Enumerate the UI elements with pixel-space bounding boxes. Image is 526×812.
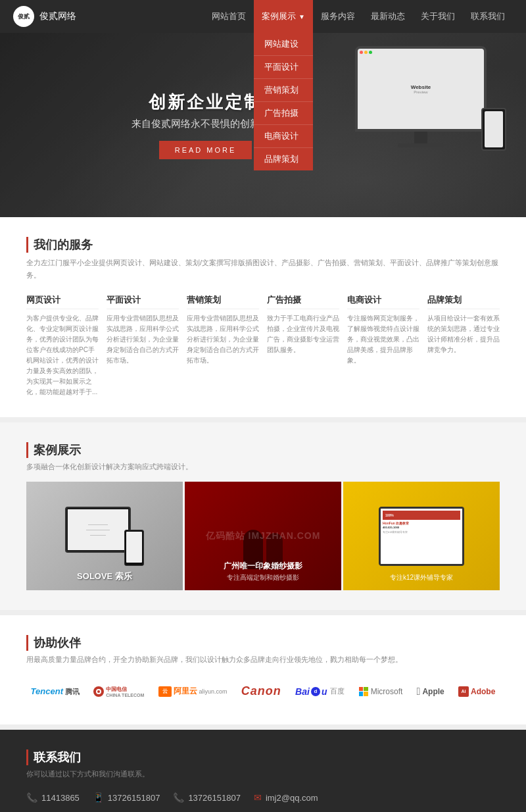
hero-cta-button[interactable]: READ MORE [159, 141, 252, 159]
contact-item-0: 📞 11413865 [26, 792, 80, 803]
nav-item-cases[interactable]: 案例展示 ▼ 网站建设 平面设计 营销策划 广告拍摄 电商设计 品牌策划 [254, 0, 313, 33]
partner-tencent: Tencent 腾讯 [31, 686, 80, 697]
service-item-ad: 广告拍摄 致力于手工电商行业产品拍摄，企业宣传片及电视广告，商业摄影专业运营团队… [267, 294, 339, 397]
services-title: 我们的服务 [34, 237, 500, 253]
dropdown-item-ecom[interactable]: 电商设计 [254, 125, 313, 148]
main-nav: 网站首页 案例展示 ▼ 网站建设 平面设计 营销策划 广告拍摄 电商设计 品牌策… [204, 0, 513, 33]
case-label-2: 广州唯一印象婚纱摄影 专注高端定制和婚纱摄影 [185, 561, 341, 582]
phone-icon-0: 📞 [26, 792, 37, 803]
service-marketing-title: 营销策划 [187, 294, 259, 309]
cases-section: 案例展示 多项融合一体化创新设计解决方案响应式跨端设计。 ————— —————… [0, 422, 526, 610]
dropdown-item-website[interactable]: 网站建设 [254, 33, 313, 56]
partner-aliyun: 云 阿里云 aliyun.com [158, 686, 227, 697]
phone-icon-2: 📞 [173, 792, 184, 803]
partners-logos: Tencent 腾讯 中国电信CHINA TELECOM 云 阿里云 aliyu… [26, 678, 500, 705]
nav-item-news[interactable]: 最新动态 [363, 0, 413, 33]
service-brand-title: 品牌策划 [427, 294, 500, 309]
services-subtitle: 全力左江门服平小企业提供网页设计、网站建设、策划/文案撰写排版插图设计、产品摄影… [26, 257, 500, 281]
partners-subtitle: 用最高质量力量品牌合约，开全力协助新兴品牌，我们以设计触力众多品牌走向行业领先地… [26, 655, 500, 665]
contact-item-3: ✉ imj2@qq.com [254, 792, 318, 803]
dropdown-item-marketing[interactable]: 营销策划 [254, 79, 313, 102]
service-item-brand: 品牌策划 从项目给设计一套有效系统的策划思路，通过专业设计师精准分析，提升品牌竞… [427, 294, 500, 397]
nav-item-contact[interactable]: 联系我们 [463, 0, 513, 33]
service-marketing-desc: 应用专业营销团队思想及实战思路，应用科学公式分析进行策划，为企业量身定制适合自己… [187, 313, 259, 366]
hero-imac: Website Preview [355, 46, 487, 147]
partners-section: 协助伙伴 用最高质量力量品牌合约，开全力协助新兴品牌，我们以设计触力众多品牌走向… [0, 615, 526, 724]
partner-canon: Canon [241, 684, 281, 698]
partner-baidu: Bai d u 百度 [295, 686, 345, 697]
dropdown-item-brand[interactable]: 品牌策划 [254, 148, 313, 170]
mobile-icon-1: 📱 [93, 792, 104, 803]
nav-item-about[interactable]: 关于我们 [413, 0, 463, 33]
cases-grid: ————— —————— ———— SOLOVE 索乐 [26, 482, 500, 590]
service-ecom-title: 电商设计 [347, 294, 419, 309]
hero-content: 创新企业定制 来自俊贰网络永不畏惧的创新力量 READ MORE [0, 91, 279, 159]
cases-title: 案例展示 [34, 442, 500, 458]
case-item-2[interactable]: 亿码酷站 IMJZHAN.COM 广州唯一印象婚纱摄影 专注高端定制和婚纱摄影 [185, 482, 341, 590]
service-item-flat: 平面设计 应用专业营销团队思想及实战思路，应用科学公式分析进行策划，为企业量身定… [107, 294, 179, 397]
cases-header: 案例展示 [26, 442, 500, 458]
dropdown-item-ad[interactable]: 广告拍摄 [254, 102, 313, 125]
partner-telecom: 中国电信CHINA TELECOM [93, 686, 144, 698]
contact-item-2: 📞 13726151807 [173, 792, 241, 803]
service-ad-desc: 致力于手工电商行业产品拍摄，企业宣传片及电视广告，商业摄影专业运营团队服务。 [267, 313, 339, 355]
case-item-3[interactable]: 100% HonFun 欢趣教育 400-025-1088 专注k12课外辅导专… [343, 482, 500, 590]
contact-title: 联系我们 [34, 749, 500, 765]
service-item-marketing: 营销策划 应用专业营销团队思想及实战思路，应用科学公式分析进行策划，为企业量身定… [187, 294, 259, 397]
service-brand-desc: 从项目给设计一套有效系统的策划思路，通过专业设计师精准分析，提升品牌竞争力。 [427, 313, 500, 355]
logo[interactable]: 俊贰 俊贰网络 [13, 6, 76, 27]
contact-header: 联系我们 [26, 749, 500, 765]
partner-microsoft: Microsoft [359, 687, 403, 696]
service-web-desc: 为客户提供专业化、品牌化、专业定制网页设计服务，优秀的设计团队为每位客户在线成功… [26, 313, 99, 397]
partner-adobe: Ai Adobe [458, 686, 495, 697]
partner-apple:  Apple [417, 686, 444, 698]
cases-subtitle: 多项融合一体化创新设计解决方案响应式跨端设计。 [26, 462, 500, 472]
partners-title: 协助伙伴 [34, 635, 500, 651]
dropdown-arrow-icon: ▼ [299, 13, 305, 20]
hero-phone [481, 108, 506, 151]
service-item-ecom: 电商设计 专注服饰网页定制服务，了解服饰视觉特点设计服务，商业视觉效果，凸出品牌… [347, 294, 419, 397]
services-header: 我们的服务 [26, 237, 500, 253]
case-label-3: 专注k12课外辅导专家 [343, 573, 500, 582]
service-item-web: 网页设计 为客户提供专业化、品牌化、专业定制网页设计服务，优秀的设计团队为每位客… [26, 294, 99, 397]
header: 俊贰 俊贰网络 网站首页 案例展示 ▼ 网站建设 平面设计 营销策划 广告拍摄 … [0, 0, 526, 33]
case-label-1: SOLOVE 索乐 [26, 571, 183, 582]
contact-section: 联系我们 你可以通过以下方式和我们沟通联系。 📞 11413865 📱 1372… [0, 730, 526, 812]
contact-item-1: 📱 13726151807 [93, 792, 160, 803]
logo-text: 俊贰网络 [39, 11, 76, 22]
nav-item-home[interactable]: 网站首页 [204, 0, 254, 33]
partners-header: 协助伙伴 [26, 635, 500, 651]
email-icon: ✉ [254, 792, 262, 803]
contact-info: 📞 11413865 📱 13726151807 📞 13726151807 ✉… [26, 792, 500, 803]
service-web-title: 网页设计 [26, 294, 99, 309]
case-item-1[interactable]: ————— —————— ———— SOLOVE 索乐 [26, 482, 183, 590]
cases-dropdown: 网站建设 平面设计 营销策划 广告拍摄 电商设计 品牌策划 [254, 33, 313, 170]
services-section: 我们的服务 全力左江门服平小企业提供网页设计、网站建设、策划/文案撰写排版插图设… [0, 217, 526, 417]
service-flat-desc: 应用专业营销团队思想及实战思路，应用科学公式分析进行策划，为企业量身定制适合自己… [107, 313, 179, 366]
service-ad-title: 广告拍摄 [267, 294, 339, 309]
service-flat-title: 平面设计 [107, 294, 179, 309]
logo-icon: 俊贰 [13, 6, 34, 27]
nav-item-services[interactable]: 服务内容 [313, 0, 363, 33]
services-grid: 网页设计 为客户提供专业化、品牌化、专业定制网页设计服务，优秀的设计团队为每位客… [26, 294, 500, 397]
service-ecom-desc: 专注服饰网页定制服务，了解服饰视觉特点设计服务，商业视觉效果，凸出品牌美感，提升… [347, 313, 419, 366]
dropdown-item-flat[interactable]: 平面设计 [254, 56, 313, 79]
contact-subtitle: 你可以通过以下方式和我们沟通联系。 [26, 769, 500, 779]
